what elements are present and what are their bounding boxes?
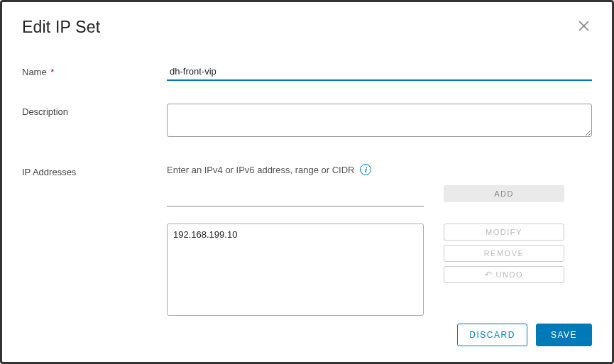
- add-button[interactable]: ADD: [444, 185, 564, 202]
- ip-helper: Enter an IPv4 or IPv6 address, range or …: [167, 164, 592, 175]
- close-icon[interactable]: [576, 18, 592, 36]
- undo-icon: ↶: [485, 270, 493, 280]
- save-button[interactable]: SAVE: [536, 324, 592, 346]
- remove-button[interactable]: REMOVE: [444, 245, 564, 262]
- ip-entry-row: ADD: [167, 189, 592, 206]
- ip-address-list[interactable]: 192.168.199.10: [167, 224, 424, 316]
- description-textarea[interactable]: [167, 104, 592, 137]
- undo-button[interactable]: ↶ UNDO: [444, 266, 564, 283]
- dialog-title: Edit IP Set: [22, 18, 100, 37]
- name-row: Name *: [22, 64, 592, 81]
- required-marker: *: [50, 67, 54, 77]
- ip-addresses-label: IP Addresses: [22, 164, 167, 177]
- discard-button[interactable]: DISCARD: [457, 324, 527, 346]
- modify-button[interactable]: MODIFY: [444, 224, 564, 241]
- description-label: Description: [22, 104, 167, 117]
- info-icon[interactable]: i: [360, 164, 371, 175]
- dialog-header: Edit IP Set: [2, 2, 612, 44]
- ip-addresses-row: IP Addresses Enter an IPv4 or IPv6 addre…: [22, 164, 592, 316]
- edit-ip-set-dialog: Edit IP Set Name * Description IP Addres…: [0, 0, 614, 364]
- name-label: Name *: [22, 64, 167, 77]
- name-input[interactable]: [167, 64, 592, 81]
- dialog-body: Name * Description IP Addresses Enter an…: [2, 44, 612, 324]
- name-label-text: Name: [22, 67, 47, 77]
- ip-helper-text: Enter an IPv4 or IPv6 address, range or …: [167, 165, 354, 175]
- undo-label: UNDO: [496, 270, 523, 279]
- dialog-footer: DISCARD SAVE: [2, 324, 612, 362]
- ip-list-row: 192.168.199.10 MODIFY REMOVE ↶ UNDO: [167, 224, 592, 316]
- ip-address-input[interactable]: [167, 189, 424, 206]
- list-item[interactable]: 192.168.199.10: [173, 228, 417, 241]
- list-action-buttons: MODIFY REMOVE ↶ UNDO: [444, 224, 564, 283]
- description-row: Description: [22, 104, 592, 140]
